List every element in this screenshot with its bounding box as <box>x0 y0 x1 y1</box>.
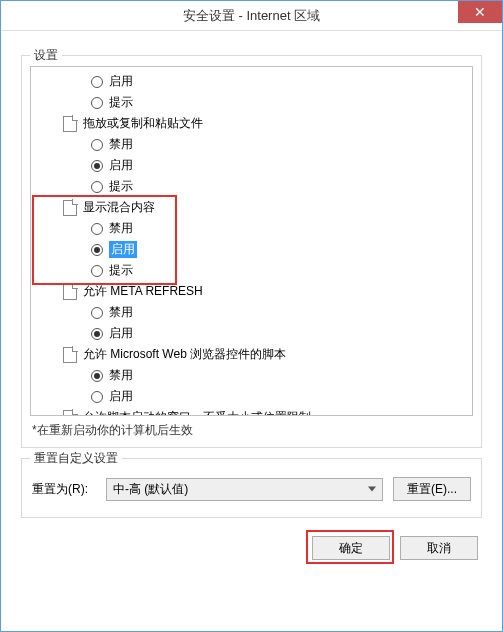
tree-radio-option[interactable]: 启用 <box>35 239 468 260</box>
radio-icon <box>91 139 103 151</box>
tree-folder-label: 显示混合内容 <box>83 199 155 216</box>
tree-radio-label: 启用 <box>109 73 133 90</box>
tree-radio-label: 启用 <box>109 241 137 258</box>
radio-icon <box>91 97 103 109</box>
select-value: 中-高 (默认值) <box>113 481 188 498</box>
restart-note: *在重新启动你的计算机后生效 <box>30 416 473 439</box>
ok-button[interactable]: 确定 <box>312 536 390 560</box>
radio-icon <box>91 307 103 319</box>
tree-radio-label: 提示 <box>109 262 133 279</box>
document-icon <box>63 116 77 132</box>
tree-radio-option[interactable]: 启用 <box>35 386 468 407</box>
document-icon <box>63 284 77 300</box>
reset-level-select[interactable]: 中-高 (默认值) <box>106 478 383 501</box>
tree-radio-label: 禁用 <box>109 136 133 153</box>
reset-group-label: 重置自定义设置 <box>30 450 122 467</box>
cancel-button[interactable]: 取消 <box>400 536 478 560</box>
reset-to-label: 重置为(R): <box>32 481 96 498</box>
tree-radio-label: 禁用 <box>109 367 133 384</box>
tree-radio-option[interactable]: 启用 <box>35 323 468 344</box>
tree-radio-option[interactable]: 启用 <box>35 155 468 176</box>
tree-radio-option[interactable]: 禁用 <box>35 134 468 155</box>
tree-radio-label: 提示 <box>109 94 133 111</box>
dialog-window: 安全设置 - Internet 区域 ✕ 设置 启用提示拖放或复制和粘贴文件禁用… <box>0 0 503 632</box>
tree-radio-label: 启用 <box>109 325 133 342</box>
radio-icon <box>91 265 103 277</box>
dialog-content: 设置 启用提示拖放或复制和粘贴文件禁用启用提示显示混合内容禁用启用提示允许 ME… <box>1 31 502 574</box>
settings-group-label: 设置 <box>30 47 62 64</box>
title-bar: 安全设置 - Internet 区域 ✕ <box>1 1 502 31</box>
close-icon: ✕ <box>474 4 486 20</box>
radio-icon <box>91 76 103 88</box>
tree-folder[interactable]: 允许脚本启动的窗口，不受大小或位置限制 <box>35 407 468 416</box>
chevron-down-icon <box>368 487 376 492</box>
dialog-button-row: 确定 取消 <box>21 518 482 560</box>
reset-row: 重置为(R): 中-高 (默认值) 重置(E)... <box>30 469 473 509</box>
tree-radio-option[interactable]: 禁用 <box>35 302 468 323</box>
tree-folder[interactable]: 允许 META REFRESH <box>35 281 468 302</box>
tree-folder[interactable]: 允许 Microsoft Web 浏览器控件的脚本 <box>35 344 468 365</box>
tree-radio-option[interactable]: 提示 <box>35 260 468 281</box>
reset-group: 重置自定义设置 重置为(R): 中-高 (默认值) 重置(E)... <box>21 458 482 518</box>
tree-folder[interactable]: 显示混合内容 <box>35 197 468 218</box>
settings-group: 设置 启用提示拖放或复制和粘贴文件禁用启用提示显示混合内容禁用启用提示允许 ME… <box>21 55 482 448</box>
tree-radio-label: 启用 <box>109 157 133 174</box>
tree-radio-option[interactable]: 启用 <box>35 71 468 92</box>
tree-folder-label: 允许 META REFRESH <box>83 283 203 300</box>
tree-radio-option[interactable]: 禁用 <box>35 365 468 386</box>
tree-radio-label: 启用 <box>109 388 133 405</box>
close-button[interactable]: ✕ <box>458 1 502 23</box>
tree-folder-label: 允许脚本启动的窗口，不受大小或位置限制 <box>83 409 311 416</box>
radio-icon <box>91 370 103 382</box>
tree-radio-option[interactable]: 禁用 <box>35 218 468 239</box>
settings-tree[interactable]: 启用提示拖放或复制和粘贴文件禁用启用提示显示混合内容禁用启用提示允许 META … <box>30 66 473 416</box>
ok-button-label: 确定 <box>339 540 363 557</box>
tree-folder-label: 拖放或复制和粘贴文件 <box>83 115 203 132</box>
radio-icon <box>91 328 103 340</box>
tree-radio-label: 禁用 <box>109 304 133 321</box>
reset-button[interactable]: 重置(E)... <box>393 477 471 501</box>
cancel-button-label: 取消 <box>427 540 451 557</box>
window-title: 安全设置 - Internet 区域 <box>1 7 502 25</box>
radio-icon <box>91 223 103 235</box>
radio-icon <box>91 160 103 172</box>
document-icon <box>63 347 77 363</box>
radio-icon <box>91 244 103 256</box>
document-icon <box>63 200 77 216</box>
tree-radio-label: 禁用 <box>109 220 133 237</box>
document-icon <box>63 410 77 417</box>
reset-button-label: 重置(E)... <box>407 481 457 498</box>
radio-icon <box>91 391 103 403</box>
radio-icon <box>91 181 103 193</box>
tree-radio-option[interactable]: 提示 <box>35 176 468 197</box>
tree-radio-label: 提示 <box>109 178 133 195</box>
tree-folder[interactable]: 拖放或复制和粘贴文件 <box>35 113 468 134</box>
tree-folder-label: 允许 Microsoft Web 浏览器控件的脚本 <box>83 346 286 363</box>
tree-radio-option[interactable]: 提示 <box>35 92 468 113</box>
